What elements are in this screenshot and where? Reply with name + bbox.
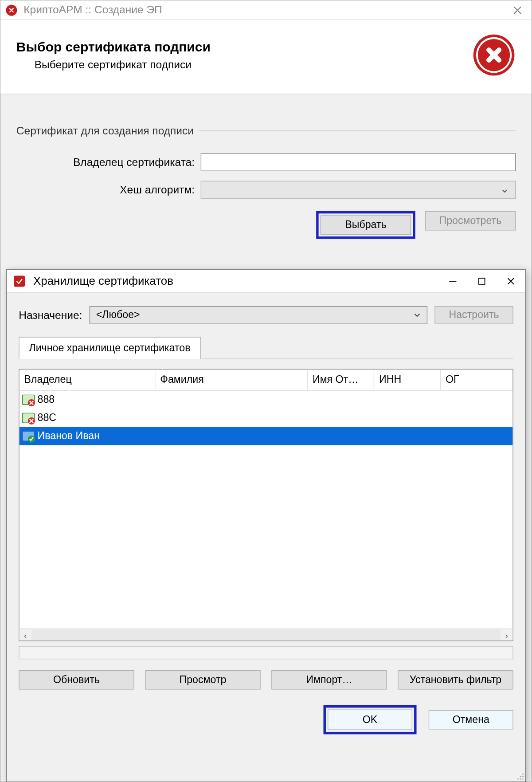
cert-owner-cell: Иванов Иван	[38, 430, 100, 442]
cert-owner-field[interactable]	[201, 153, 516, 171]
column-header-ogrn[interactable]: ОГ	[441, 369, 512, 390]
select-cert-button[interactable]: Выбрать	[321, 215, 411, 235]
store-app-icon	[13, 274, 26, 287]
minimize-button[interactable]	[438, 270, 467, 293]
main-titlebar[interactable]: КриптоАРМ :: Создание ЭП	[0, 0, 531, 20]
svg-point-17	[517, 778, 519, 780]
svg-point-16	[522, 776, 524, 777]
cert-owner-cell: 888	[38, 394, 55, 406]
page-subtitle: Выберите сертификат подписи	[35, 59, 211, 71]
svg-point-14	[522, 774, 524, 775]
cryptoarm-logo-icon	[472, 33, 516, 77]
signing-cert-legend: Сертификат для создания подписи	[16, 125, 516, 138]
set-filter-button[interactable]: Установить фильтр	[398, 670, 513, 690]
import-button[interactable]: Импорт…	[271, 670, 387, 690]
page-title: Выбор сертификата подписи	[16, 39, 211, 55]
view-cert-button[interactable]: Просмотреть	[425, 211, 516, 231]
store-window-title: Хранилище сертификатов	[33, 274, 173, 287]
refresh-button[interactable]: Обновить	[19, 670, 134, 690]
view-button[interactable]: Просмотр	[145, 670, 260, 690]
svg-rect-7	[479, 278, 485, 284]
svg-point-15	[520, 776, 521, 777]
purpose-value: <Любое>	[96, 309, 140, 321]
cert-row[interactable]: 888	[20, 391, 513, 409]
column-header-inn[interactable]: ИНН	[374, 369, 441, 390]
cert-owner-cell: 88C	[38, 412, 57, 424]
chevron-down-icon	[412, 310, 422, 320]
column-header-surname[interactable]: Фамилия	[155, 369, 308, 390]
app-icon	[5, 4, 17, 16]
cert-valid-icon	[22, 429, 35, 443]
svg-rect-5	[14, 275, 25, 287]
cert-owner-label: Владелец сертификата:	[16, 156, 201, 169]
select-button-highlight: Выбрать	[316, 211, 415, 239]
cancel-button[interactable]: Отмена	[429, 710, 513, 730]
main-close-button[interactable]	[504, 0, 532, 20]
tab-personal-store[interactable]: Личное хранилище сертификатов	[19, 337, 200, 359]
tabstrip: Личное хранилище сертификатов	[19, 336, 513, 359]
horizontal-scrollbar[interactable]: ‹ ›	[20, 629, 513, 641]
close-button[interactable]	[497, 270, 525, 293]
store-titlebar[interactable]: Хранилище сертификатов	[7, 270, 525, 293]
column-header-name[interactable]: Имя От…	[308, 369, 374, 390]
main-header: Выбор сертификата подписи Выберите серти…	[0, 20, 531, 94]
cert-row[interactable]: Иванов Иван	[20, 427, 513, 445]
scroll-left-icon[interactable]: ‹	[20, 629, 31, 641]
cert-invalid-icon	[22, 411, 35, 424]
ok-button-highlight: OK	[324, 705, 417, 734]
cert-listview[interactable]: Владелец Фамилия Имя От… ИНН ОГ 88888CИв…	[19, 369, 513, 641]
column-header-owner[interactable]: Владелец	[20, 369, 156, 390]
cert-invalid-icon	[22, 393, 35, 406]
purpose-dropdown[interactable]: <Любое>	[90, 306, 427, 324]
maximize-button[interactable]	[467, 270, 496, 293]
configure-button[interactable]: Настроить	[434, 306, 513, 324]
ok-button[interactable]: OK	[328, 710, 412, 730]
hash-algo-dropdown[interactable]	[201, 181, 516, 199]
status-bar	[19, 646, 513, 659]
hash-algo-label: Хеш алгоритм:	[16, 184, 201, 196]
resize-grip-icon[interactable]	[516, 772, 524, 780]
purpose-label: Назначение:	[19, 309, 82, 322]
cert-store-dialog: Хранилище сертификатов Назначение: <Любо…	[6, 269, 526, 782]
scroll-right-icon[interactable]: ›	[501, 629, 512, 641]
svg-point-19	[522, 778, 524, 780]
cert-row[interactable]: 88C	[20, 409, 513, 427]
svg-point-18	[520, 778, 521, 780]
main-window-title: КриптоАРМ :: Создание ЭП	[23, 4, 162, 16]
